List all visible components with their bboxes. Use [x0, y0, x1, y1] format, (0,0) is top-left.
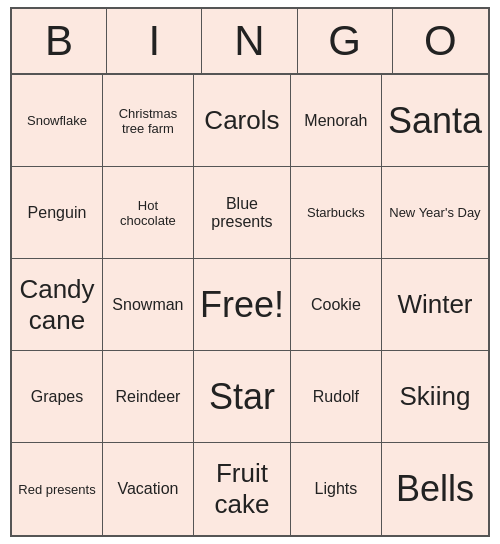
cell-text: Santa [388, 100, 482, 142]
cell-text: Free! [200, 284, 284, 326]
cell-text: Carols [204, 105, 279, 136]
bingo-cell: Cookie [291, 259, 382, 351]
cell-text: Vacation [117, 480, 178, 498]
bingo-header: BINGO [12, 9, 488, 75]
bingo-cell: Fruit cake [194, 443, 291, 535]
header-letter: I [107, 9, 202, 73]
bingo-cell: Winter [382, 259, 488, 351]
cell-text: Bells [396, 468, 474, 510]
bingo-cell: Bells [382, 443, 488, 535]
bingo-cell: New Year's Day [382, 167, 488, 259]
header-letter: N [202, 9, 297, 73]
cell-text: Christmas tree farm [109, 106, 187, 136]
bingo-cell: Snowman [103, 259, 194, 351]
cell-text: Cookie [311, 296, 361, 314]
cell-text: New Year's Day [389, 205, 480, 220]
cell-text: Hot chocolate [109, 198, 187, 228]
bingo-cell: Snowflake [12, 75, 103, 167]
bingo-cell: Lights [291, 443, 382, 535]
bingo-cell: Vacation [103, 443, 194, 535]
header-letter: G [298, 9, 393, 73]
cell-text: Skiing [400, 381, 471, 412]
cell-text: Snowman [112, 296, 183, 314]
bingo-cell: Christmas tree farm [103, 75, 194, 167]
bingo-cell: Candy cane [12, 259, 103, 351]
cell-text: Penguin [28, 204, 87, 222]
bingo-grid: SnowflakeChristmas tree farmCarolsMenora… [12, 75, 488, 535]
bingo-cell: Santa [382, 75, 488, 167]
header-letter: O [393, 9, 488, 73]
bingo-cell: Hot chocolate [103, 167, 194, 259]
bingo-cell: Red presents [12, 443, 103, 535]
cell-text: Winter [397, 289, 472, 320]
header-letter: B [12, 9, 107, 73]
bingo-cell: Penguin [12, 167, 103, 259]
bingo-cell: Menorah [291, 75, 382, 167]
cell-text: Candy cane [18, 274, 96, 336]
bingo-cell: Star [194, 351, 291, 443]
bingo-cell: Reindeer [103, 351, 194, 443]
bingo-cell: Skiing [382, 351, 488, 443]
bingo-card: BINGO SnowflakeChristmas tree farmCarols… [10, 7, 490, 537]
cell-text: Fruit cake [200, 458, 284, 520]
cell-text: Star [209, 376, 275, 418]
bingo-cell: Rudolf [291, 351, 382, 443]
cell-text: Starbucks [307, 205, 365, 220]
cell-text: Reindeer [115, 388, 180, 406]
cell-text: Grapes [31, 388, 83, 406]
cell-text: Blue presents [200, 195, 284, 231]
bingo-cell: Blue presents [194, 167, 291, 259]
bingo-cell: Starbucks [291, 167, 382, 259]
cell-text: Snowflake [27, 113, 87, 128]
cell-text: Rudolf [313, 388, 359, 406]
bingo-cell: Grapes [12, 351, 103, 443]
bingo-cell: Carols [194, 75, 291, 167]
cell-text: Menorah [304, 112, 367, 130]
bingo-cell: Free! [194, 259, 291, 351]
cell-text: Lights [315, 480, 358, 498]
cell-text: Red presents [18, 482, 95, 497]
